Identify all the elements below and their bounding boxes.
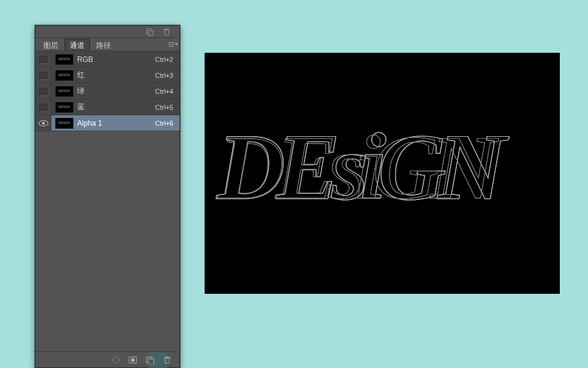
channel-shortcut: Ctrl+6: [155, 120, 173, 127]
visibility-toggle[interactable]: [36, 83, 51, 99]
channel-name: 红: [77, 70, 155, 80]
panel-tabs: 图层 通道 路径: [36, 38, 179, 52]
artwork-text-outline: DEsiGN DEsiGN: [217, 120, 548, 215]
panel-menu-icon[interactable]: [168, 40, 177, 48]
panel-bottom-bar: [36, 351, 179, 367]
tab-channels[interactable]: 通道: [64, 39, 90, 51]
eye-icon: [39, 120, 48, 126]
svg-rect-1: [148, 31, 153, 36]
channel-shortcut: Ctrl+4: [155, 88, 173, 95]
svg-point-2: [113, 357, 119, 363]
visibility-toggle[interactable]: [36, 52, 51, 67]
visibility-toggle[interactable]: [36, 115, 51, 131]
eye-empty-icon: [39, 104, 48, 110]
tab-layers[interactable]: 图层: [38, 39, 64, 51]
channel-thumbnail: [55, 54, 74, 65]
visibility-toggle[interactable]: [36, 67, 51, 83]
channel-thumbnail: [55, 70, 74, 81]
tab-paths[interactable]: 路径: [91, 39, 116, 51]
channel-name: 蓝: [77, 102, 155, 112]
eye-empty-icon: [39, 88, 48, 94]
channel-name: 绿: [77, 86, 155, 96]
visibility-toggle[interactable]: [36, 99, 51, 115]
new-channel-icon[interactable]: [145, 356, 155, 364]
channel-name: Alpha 1: [77, 119, 155, 128]
channel-row-3[interactable]: 蓝Ctrl+5: [36, 99, 179, 115]
trash-icon[interactable]: [162, 28, 171, 36]
channel-shortcut: Ctrl+3: [155, 72, 173, 79]
channel-row-0[interactable]: RGBCtrl+2: [36, 52, 179, 67]
channel-thumbnail: [55, 118, 74, 129]
panel-top-strip: [36, 26, 179, 38]
channel-row-1[interactable]: 红Ctrl+3: [36, 67, 179, 83]
channel-shortcut: Ctrl+2: [155, 56, 173, 63]
channel-thumbnail: [55, 86, 74, 97]
channel-name: RGB: [77, 55, 155, 64]
eye-empty-icon: [39, 56, 48, 63]
eye-empty-icon: [39, 72, 48, 79]
save-selection-icon[interactable]: [128, 356, 138, 364]
channel-row-4[interactable]: Alpha 1Ctrl+6: [36, 115, 179, 131]
channel-list: RGBCtrl+2红Ctrl+3绿Ctrl+4蓝Ctrl+5Alpha 1Ctr…: [36, 52, 179, 351]
channel-shortcut: Ctrl+5: [155, 104, 173, 111]
channels-panel: 图层 通道 路径 RGBCtrl+2红Ctrl+3绿Ctrl+4蓝Ctrl+5A…: [35, 25, 180, 368]
svg-point-4: [131, 358, 135, 362]
channel-thumbnail: [55, 102, 74, 113]
channel-row-2[interactable]: 绿Ctrl+4: [36, 83, 179, 99]
delete-channel-icon[interactable]: [162, 356, 172, 364]
svg-rect-6: [148, 359, 154, 364]
overlap-squares-icon[interactable]: [145, 28, 154, 36]
load-selection-icon[interactable]: [111, 356, 121, 364]
